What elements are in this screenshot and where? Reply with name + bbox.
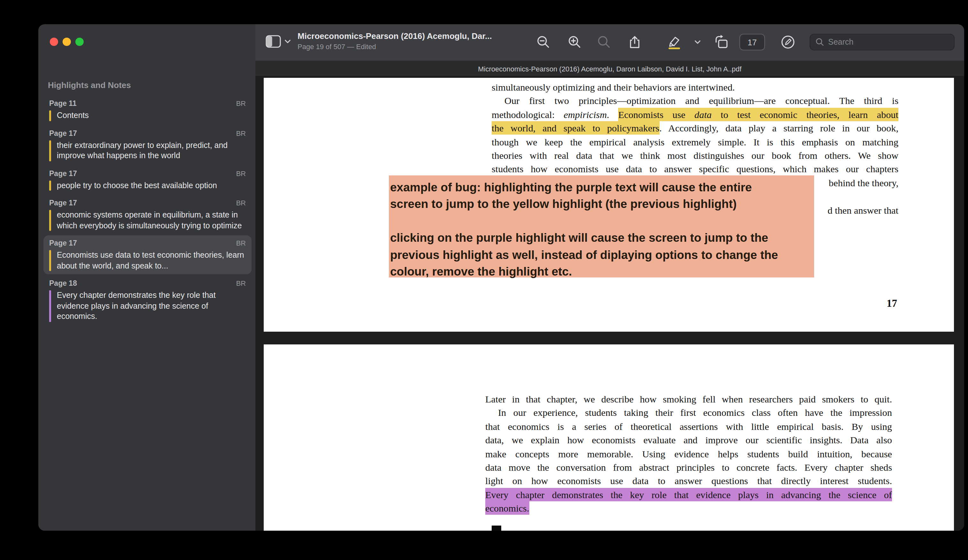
text-line: make concepts more memorable. Using evid…: [485, 447, 892, 461]
highlight-item[interactable]: Page 17BReconomic systems operate in equ…: [43, 195, 252, 234]
text-line: light on how economists use data to answ…: [485, 474, 892, 488]
markup-toolbar-button[interactable]: [778, 33, 797, 52]
magnifier-plus-icon: [568, 35, 582, 49]
magnifier-disabled-icon: [597, 35, 611, 49]
highlight-item[interactable]: Page 17BRtheir extraordinary power to ex…: [43, 126, 252, 164]
text-line: Later in that chapter, we describe how s…: [485, 392, 892, 406]
highlight-quote: Contents: [49, 110, 246, 121]
text-segment: make concepts more memorable. Using evid…: [485, 448, 892, 459]
highlight-author-badge: BR: [236, 169, 246, 178]
highlight-item[interactable]: Page 18BREvery chapter demonstrates the …: [43, 276, 252, 325]
highlight-author-badge: BR: [236, 198, 246, 208]
text-line: data, we explain how economists evaluate…: [485, 433, 892, 447]
page-status: Page 19 of 507 — Edited: [298, 43, 492, 50]
chevron-down-icon: [284, 39, 291, 44]
page-20-text: Later in that chapter, we describe how s…: [485, 392, 892, 515]
text-segment: though we keep the empirical analysis ex…: [492, 136, 898, 147]
highlight-page-label: Page 18: [49, 279, 77, 288]
highlight-item[interactable]: Page 17BRpeople try to choose the best a…: [43, 165, 252, 194]
highlight-author-badge: BR: [236, 279, 246, 288]
highlight-item[interactable]: Page 17BREconomists use data to test eco…: [43, 235, 252, 274]
text-segment: that economics is a series of theoretica…: [485, 421, 892, 432]
highlight-color-bar: [49, 210, 51, 231]
text-line: simultaneously optimizing and their beha…: [492, 80, 898, 94]
figure-fragment: [492, 525, 501, 531]
desktop: Highlights and Notes Page 11BRContentsPa…: [0, 0, 968, 560]
yellow-highlight[interactable]: data: [695, 108, 712, 121]
share-icon: [628, 35, 642, 49]
text-segment: simultaneously optimizing and their beha…: [492, 82, 735, 93]
note-annotation[interactable]: example of bug: highlighting the purple …: [389, 175, 814, 278]
text-line: In our experience, students taking their…: [485, 406, 892, 420]
text-segment: students how economists use data to answ…: [492, 164, 898, 174]
zoom-selection-button[interactable]: [595, 33, 613, 52]
highlight-author-badge: BR: [236, 99, 246, 108]
highlight-color-bar: [49, 290, 51, 322]
main-area: Microeconomics-Pearson (2016) Acemoglu, …: [255, 24, 964, 531]
search-icon: [816, 38, 824, 46]
printed-page-number: 17: [887, 297, 897, 310]
text-segment: d then answer that: [827, 205, 898, 215]
highlight-page-label: Page 17: [49, 129, 77, 138]
text-line: data move the conversation from abstract…: [485, 461, 892, 474]
text-segment: In our experience, students taking their…: [498, 407, 892, 418]
text-segment: Later in that chapter, we describe how s…: [485, 393, 892, 405]
zoom-out-button[interactable]: [534, 33, 553, 52]
pdf-page-20: Later in that chapter, we describe how s…: [264, 344, 954, 531]
highlight-quote: Economists use data to test economic the…: [49, 250, 246, 271]
document-title: Microeconomics-Pearson (2016) Acemoglu, …: [298, 31, 492, 41]
highlight-quote-text: Economists use data to test economic the…: [57, 250, 246, 271]
highlight-item-head: Page 17BR: [49, 129, 246, 138]
highlight-quote: economic systems operate in equilibrium,…: [49, 210, 246, 231]
note-text-line: screen to jump to the yellow highlight (…: [390, 196, 809, 213]
preview-window: Highlights and Notes Page 11BRContentsPa…: [38, 24, 964, 531]
share-button[interactable]: [625, 33, 644, 52]
text-segment: light on how economists use data to answ…: [485, 476, 892, 486]
highlight-color-bar: [49, 180, 51, 191]
pencil-circle-icon: [780, 35, 796, 50]
highlighter-icon: [666, 35, 682, 50]
rotate-left-icon: [714, 35, 729, 50]
text-segment: Our first two principles—optimization an…: [504, 95, 898, 106]
search-field[interactable]: [810, 34, 955, 50]
yellow-highlight[interactable]: Economists use: [618, 108, 695, 121]
highlight-page-label: Page 11: [49, 99, 76, 108]
text-segment: empiricism: [564, 109, 607, 120]
sidebar-toggle-button[interactable]: [266, 35, 291, 48]
highlight-button[interactable]: [665, 33, 684, 52]
highlight-quote: Every chapter demonstrates the key role …: [49, 290, 246, 322]
highlight-item-head: Page 18BR: [49, 279, 246, 288]
page-number-field[interactable]: [739, 34, 765, 50]
text-segment: behind the theory,: [829, 177, 898, 188]
highlight-color-bar: [49, 250, 51, 271]
highlight-quote-text: Every chapter demonstrates the key role …: [57, 290, 246, 322]
note-text-line: previous highlight as well, instead of d…: [390, 246, 809, 263]
zoom-in-button[interactable]: [565, 33, 584, 52]
text-line: that economics is a series of theoretica…: [485, 420, 892, 433]
highlight-item-head: Page 11BR: [49, 99, 246, 108]
highlight-item[interactable]: Page 11BRContents: [43, 96, 252, 124]
search-input[interactable]: [828, 38, 949, 46]
highlight-menu-button[interactable]: [691, 33, 703, 52]
highlight-quote-text: Contents: [57, 110, 89, 121]
note-text-line: clicking on the purple highlight will ca…: [390, 230, 809, 246]
yellow-highlight[interactable]: to test economic theories, learn about: [712, 108, 898, 121]
note-text-line: example of bug: highlighting the purple …: [390, 179, 809, 196]
rotate-button[interactable]: [712, 33, 731, 52]
purple-highlight[interactable]: Every chapter demonstrates the key role …: [485, 487, 892, 501]
minimize-button[interactable]: [63, 38, 71, 46]
close-button[interactable]: [50, 38, 58, 46]
highlight-item-head: Page 17BR: [49, 198, 246, 208]
highlight-author-badge: BR: [236, 238, 246, 248]
sidebar-title: Highlights and Notes: [48, 80, 131, 90]
text-line: Every chapter demonstrates the key role …: [485, 487, 892, 501]
highlight-item-head: Page 17BR: [49, 169, 246, 178]
text-segment: data move the conversation from abstract…: [485, 462, 892, 472]
highlight-color-bar: [49, 140, 51, 161]
yellow-highlight[interactable]: the world, and speak to policymakers: [492, 121, 659, 135]
fullscreen-button[interactable]: [75, 38, 84, 46]
document-area[interactable]: simultaneously optimizing and their beha…: [255, 76, 964, 531]
purple-highlight[interactable]: economics.: [485, 501, 529, 515]
highlight-quote: their extraordinary power to explain, pr…: [49, 140, 246, 161]
highlight-page-label: Page 17: [49, 198, 77, 208]
